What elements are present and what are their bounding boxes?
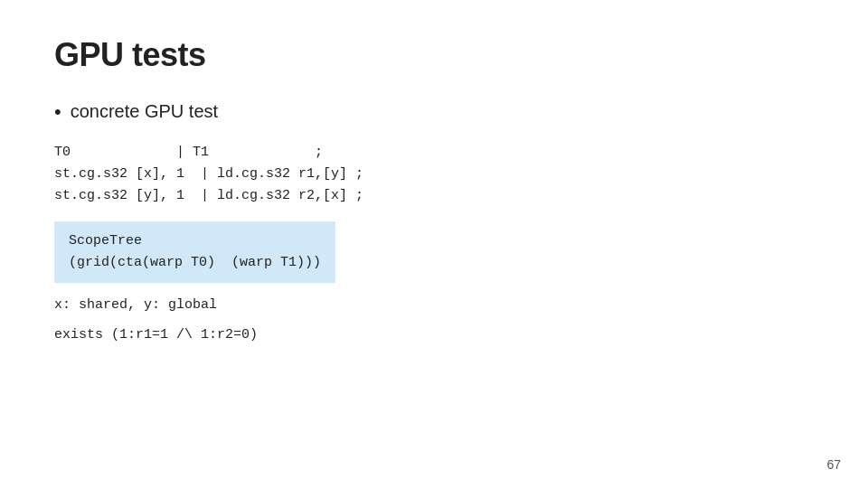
slide-container: GPU tests • concrete GPU test T0 | T1 ; … <box>0 0 868 488</box>
bullet-item: • concrete GPU test <box>54 101 814 122</box>
bullet-text: concrete GPU test <box>71 101 218 122</box>
slide-title: GPU tests <box>54 36 814 74</box>
exists-line: exists (1:r1=1 /\ 1:r2=0) <box>54 327 814 343</box>
scope-tree-box: ScopeTree (grid(cta(warp T0) (warp T1))) <box>54 221 335 283</box>
scope-tree-content: (grid(cta(warp T0) (warp T1))) <box>69 255 321 270</box>
code-table: T0 | T1 ; st.cg.s32 [x], 1 | ld.cg.s32 r… <box>54 142 814 207</box>
shared-global-text: x: shared, y: global <box>54 297 814 313</box>
bullet-dot: • <box>54 102 61 122</box>
page-number: 67 <box>826 457 841 472</box>
scope-tree-label: ScopeTree <box>69 233 142 249</box>
